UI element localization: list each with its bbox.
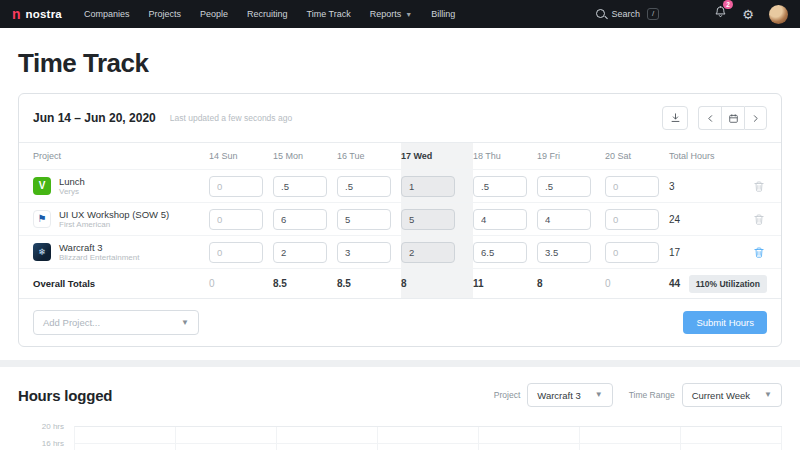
col-sat: 20 Sat	[605, 151, 669, 161]
hours-input[interactable]	[605, 242, 659, 263]
calendar-button[interactable]	[721, 106, 744, 130]
hours-input[interactable]	[605, 209, 659, 230]
hours-input[interactable]	[209, 176, 263, 197]
submit-hours-button[interactable]: Submit Hours	[683, 311, 767, 334]
time-range-select[interactable]: Current Week ▼	[682, 383, 782, 407]
total-sun: 0	[209, 278, 273, 289]
blizzard-logo-icon: ❄	[33, 243, 51, 261]
table-header-row: Project 14 Sun 15 Mon 16 Tue 17 Wed 18 T…	[19, 143, 781, 169]
trash-icon	[753, 246, 765, 259]
nav-item-reports[interactable]: Reports▼	[370, 9, 412, 19]
col-fri: 19 Fri	[537, 151, 605, 161]
chart-gridlines	[74, 426, 782, 450]
hours-input[interactable]	[273, 242, 327, 263]
table-row: ⚑ UI UX Workshop (SOW 5)First American 2…	[19, 202, 781, 235]
page-title: Time Track	[18, 48, 782, 79]
export-button[interactable]	[662, 106, 688, 130]
totals-label: Overall Totals	[33, 278, 209, 289]
total-wed: 8	[401, 269, 473, 298]
nav-item-billing[interactable]: Billing	[431, 9, 455, 19]
week-nav-group	[698, 106, 767, 130]
chevron-right-icon	[751, 114, 760, 123]
download-icon	[670, 112, 681, 124]
prev-week-button[interactable]	[698, 106, 721, 130]
trash-icon	[753, 213, 765, 226]
top-navbar: n nostra Companies Projects People Recru…	[0, 0, 800, 28]
main-nav: Companies Projects People Recruiting Tim…	[84, 9, 455, 19]
project-filter: Project Warcraft 3 ▼	[494, 383, 613, 407]
total-mon: 8.5	[273, 278, 337, 289]
section-divider	[0, 360, 800, 367]
utilization-badge: 110% Utilization	[689, 275, 767, 293]
project-select[interactable]: Warcraft 3 ▼	[527, 383, 612, 407]
total-tue: 8.5	[337, 278, 401, 289]
col-sun: 14 Sun	[209, 151, 273, 161]
hours-input[interactable]	[537, 209, 591, 230]
first-american-logo-icon: ⚑	[33, 210, 51, 228]
verys-logo-icon: V	[33, 177, 51, 195]
delete-row-button[interactable]	[725, 246, 769, 259]
hours-input[interactable]	[401, 209, 455, 230]
settings-button[interactable]: ⚙	[742, 8, 754, 21]
hours-input[interactable]	[537, 242, 591, 263]
search-shortcut-key: /	[647, 8, 659, 21]
add-project-placeholder: Add Project...	[43, 317, 100, 328]
y-axis-tick: 16 hrs	[18, 439, 64, 448]
col-total-hours: Total Hours	[669, 151, 725, 161]
project-filter-label: Project	[494, 390, 520, 400]
hours-input[interactable]	[605, 176, 659, 197]
timesheet-actions	[662, 106, 767, 130]
nav-item-recruiting[interactable]: Recruiting	[247, 9, 288, 19]
delete-row-button[interactable]	[725, 180, 769, 193]
search-placeholder: Search	[612, 9, 641, 19]
col-mon: 15 Mon	[273, 151, 337, 161]
nav-item-reports-label: Reports	[370, 9, 402, 19]
total-fri: 8	[537, 278, 605, 289]
totals-row: Overall Totals 0 8.5 8.5 8 11 8 0 44 110…	[19, 268, 781, 298]
timesheet-footer: Add Project... ▼ Submit Hours	[19, 298, 781, 346]
timesheet-header: Jun 14 – Jun 20, 2020 Last updated a few…	[19, 94, 781, 142]
hours-input[interactable]	[337, 209, 391, 230]
nav-item-people[interactable]: People	[200, 9, 228, 19]
project-client: Verys	[59, 187, 85, 197]
search-icon	[596, 9, 605, 18]
timesheet-card: Jun 14 – Jun 20, 2020 Last updated a few…	[18, 93, 782, 347]
hours-input[interactable]	[273, 209, 327, 230]
hours-input[interactable]	[209, 209, 263, 230]
hours-logged-header: Hours logged Project Warcraft 3 ▼ Time R…	[18, 383, 782, 407]
hours-input[interactable]	[473, 242, 527, 263]
hours-input[interactable]	[273, 176, 327, 197]
project-client: First American	[59, 220, 169, 230]
hours-input[interactable]	[473, 209, 527, 230]
avatar[interactable]	[769, 5, 788, 24]
nav-item-time-track[interactable]: Time Track	[307, 9, 351, 19]
chevron-down-icon: ▼	[764, 391, 772, 399]
hours-input[interactable]	[537, 176, 591, 197]
hours-input[interactable]	[209, 242, 263, 263]
next-week-button[interactable]	[744, 106, 767, 130]
notifications-button[interactable]: 2	[714, 5, 727, 23]
time-range-filter: Time Range Current Week ▼	[629, 383, 782, 407]
time-range-select-value: Current Week	[692, 390, 750, 401]
col-project: Project	[33, 151, 209, 161]
chevron-down-icon: ▼	[595, 391, 603, 399]
hours-input[interactable]	[337, 242, 391, 263]
search-input[interactable]: Search /	[596, 8, 660, 21]
project-name: UI UX Workshop (SOW 5)	[59, 209, 169, 220]
add-project-select[interactable]: Add Project... ▼	[33, 310, 199, 335]
hours-input[interactable]	[473, 176, 527, 197]
brand-logo[interactable]: n nostra	[12, 7, 62, 21]
gear-icon: ⚙	[742, 8, 754, 21]
time-range-filter-label: Time Range	[629, 390, 675, 400]
hours-input[interactable]	[337, 176, 391, 197]
nav-item-projects[interactable]: Projects	[148, 9, 181, 19]
hours-input[interactable]	[401, 242, 455, 263]
total-sat: 0	[605, 278, 669, 289]
notification-badge: 2	[723, 0, 734, 9]
date-range: Jun 14 – Jun 20, 2020	[33, 111, 156, 125]
hours-input[interactable]	[401, 176, 455, 197]
chevron-down-icon: ▼	[405, 11, 412, 18]
nav-item-companies[interactable]: Companies	[84, 9, 130, 19]
navbar-right: Search / 2 ⚙	[596, 5, 788, 24]
delete-row-button[interactable]	[725, 213, 769, 226]
